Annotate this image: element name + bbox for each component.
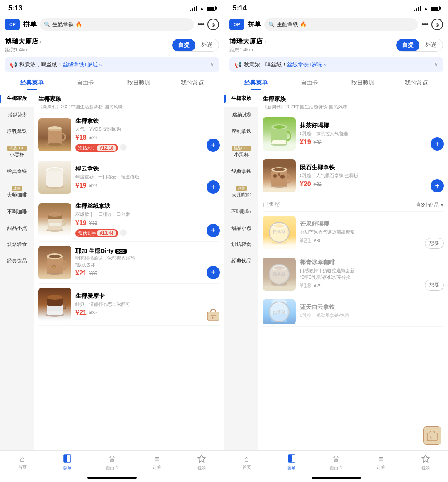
soe-badge-blackcup: 精品SOE <box>7 146 26 151</box>
nav-order-left[interactable]: ≡ 订单 <box>134 451 179 474</box>
add-btn-r2[interactable]: + <box>431 179 444 192</box>
product-list-left: 生椰家族 《新周刊》2021中国生活趋势榜 国民风味 生椰拿铁 <box>34 90 224 450</box>
promo-banner-right[interactable]: 📢 秋意浓，喝丝绒！丝绒拿铁1岁啦～ ∨ <box>229 57 443 72</box>
sidebar-item-bake-left[interactable]: 烘焙轻食 <box>0 236 34 253</box>
nav-profile-right[interactable]: 我的 <box>403 451 448 474</box>
price-original-1: ¥29 <box>89 135 97 141</box>
sidebar-item-thick-latte-right[interactable]: 厚乳拿铁 <box>224 123 258 140</box>
product-name-blue-sky: 蓝天白云拿铁 <box>300 304 444 311</box>
nav-menu-left[interactable]: 菜单 <box>45 451 90 474</box>
product-info-dirty: 耶加·生椰Dirty SOE 明亮柑橘前调，浓郁椰香尾韵*默认去冰 ¥21 ¥3… <box>75 248 220 277</box>
sidebar-item-master-right[interactable]: 冰萃大师咖啡 <box>224 180 258 204</box>
tab-free-card-right[interactable]: 自由卡 <box>283 79 336 90</box>
price-original-r1: ¥32 <box>314 139 322 145</box>
nav-home-right[interactable]: ⌂ 首页 <box>224 451 269 474</box>
tab-autumn-right[interactable]: 秋日暖咖 <box>336 79 390 90</box>
product-price-coconut-coffee: ¥18 ¥29 <box>300 282 444 290</box>
tab-autumn-left[interactable]: 秋日暖咖 <box>112 79 166 90</box>
scan-btn-right[interactable]: ◎ <box>431 19 443 30</box>
section-subtitle-left: 《新周刊》2021中国生活趋势榜 国民风味 <box>38 104 220 110</box>
product-img-yuanshi <box>263 159 296 192</box>
sidebar-item-classic-left[interactable]: 经典拿铁 <box>0 163 34 180</box>
tab-frequent-left[interactable]: 我的常点 <box>166 79 219 90</box>
product-desc-matcha: 0乳糖｜抹茶控人气首选 <box>300 131 444 137</box>
sidebar-item-coconut-left[interactable]: 生椰家族 <box>0 90 34 107</box>
tab-frequent-right[interactable]: 我的常点 <box>390 79 443 90</box>
nav-menu-right[interactable]: 菜单 <box>269 451 314 474</box>
status-time-right: 5:14 <box>233 4 247 12</box>
add-btn-3[interactable]: + <box>207 224 220 237</box>
product-img-dirty: 🦁 <box>38 246 71 279</box>
sidebar-item-drinks-left[interactable]: 经典饮品 <box>0 253 34 270</box>
sidebar-item-noncoffee-right[interactable]: 不喝咖啡 <box>224 204 258 220</box>
sidebar-item-dessert-left[interactable]: 甜品小点 <box>0 220 34 237</box>
nav-home-left[interactable]: ⌂ 首页 <box>0 451 45 474</box>
product-price-dirty: ¥21 ¥35 <box>75 270 220 277</box>
add-btn-4[interactable]: + <box>207 266 220 279</box>
product-name-coconut-coffee: 椰青冰萃咖啡 <box>300 259 444 266</box>
promo-banner-left[interactable]: 📢 秋意浓，喝丝绒！丝绒拿铁1岁啦～ ∨ <box>5 57 219 72</box>
add-btn-2[interactable]: + <box>207 180 220 194</box>
more-btn-right[interactable]: ••• <box>421 20 428 29</box>
sidebar-item-blackcup-left[interactable]: 精品SOE小黑杯 <box>0 140 34 163</box>
order-icon-left: ≡ <box>154 454 159 464</box>
sidebar-item-master-left[interactable]: 冰萃大师咖啡 <box>0 180 34 204</box>
nav-label-profile-left: 我的 <box>197 465 206 471</box>
sidebar-item-dessert-right[interactable]: 甜品小点 <box>224 220 258 237</box>
price-original-4: ¥35 <box>89 270 97 276</box>
pickup-btn-left[interactable]: 自提 <box>172 39 195 51</box>
sold-out-count[interactable]: 含3个商品 ∧ <box>416 202 444 209</box>
sidebar-item-drinks-right[interactable]: 经典饮品 <box>224 253 258 270</box>
delivery-btn-right[interactable]: 外送 <box>419 39 443 51</box>
search-bar-right[interactable]: 🔍 生酷拿铁 🔥 <box>264 18 418 31</box>
price-original-2: ¥29 <box>89 183 97 189</box>
signal-icon-right <box>414 6 421 11</box>
sidebar-item-noncoffe-left[interactable]: 不喝咖啡 <box>0 204 34 220</box>
banner-link-left[interactable]: 丝绒拿铁1岁啦～ <box>63 61 103 68</box>
product-img-matcha <box>263 117 296 151</box>
coffee-cup-svg-r2 <box>265 161 294 190</box>
product-info-coconut-cloud: 椰云拿铁 年度重磅｜一口吞云，轻盈绵密 ¥19 ¥29 <box>75 165 220 189</box>
product-img-silk-latte <box>38 203 71 236</box>
product-item-matcha: 抹茶好喝椰 0乳糖｜抹茶控人气首选 ¥19 ¥32 + <box>263 113 444 155</box>
status-bar-left: 5:13 ▲ <box>0 0 224 15</box>
svg-point-18 <box>49 255 61 258</box>
product-price-amocka: ¥21 ¥35 <box>75 309 220 316</box>
tab-classic-menu-right[interactable]: 经典菜单 <box>229 79 283 90</box>
section-title-left: 生椰家族 <box>38 90 220 104</box>
floating-bag-icon[interactable]: 🦌 <box>423 426 441 445</box>
sidebar-item-ruina-left[interactable]: 瑞纳冰® <box>0 107 34 124</box>
sidebar-item-bake-right[interactable]: 烘焙轻食 <box>224 236 258 253</box>
sidebar-item-coconut-right[interactable]: 生椰家族 <box>224 90 258 107</box>
svg-rect-56 <box>288 455 292 462</box>
sidebar-item-classic-right[interactable]: 经典拿铁 <box>224 163 258 180</box>
tab-classic-menu-left[interactable]: 经典菜单 <box>5 79 58 90</box>
product-desc-yuanshi: 0乳糖｜人气陨石拿铁·生椰版 <box>300 173 444 179</box>
scan-btn-left[interactable]: ◎ <box>207 19 219 30</box>
add-btn-r1[interactable]: + <box>431 137 444 151</box>
nav-order-right[interactable]: ≡ 订单 <box>358 451 403 474</box>
pickup-btn-right[interactable]: 自提 <box>396 39 419 51</box>
price-original-coconut-coffee: ¥29 <box>314 283 322 289</box>
sidebar-item-thick-latte-left[interactable]: 厚乳拿铁 <box>0 123 34 140</box>
nav-card-right[interactable]: ♛ 自由卡 <box>314 451 359 474</box>
coffee-cup-svg-3 <box>40 205 69 234</box>
more-btn-left[interactable]: ••• <box>197 20 204 29</box>
svg-rect-9 <box>47 171 62 174</box>
nav-profile-left[interactable]: 我的 <box>179 451 224 474</box>
logo-right: OP <box>229 19 244 30</box>
tab-free-card-left[interactable]: 自由卡 <box>58 79 112 90</box>
chevron-down-icon-right: ∨ <box>434 62 438 68</box>
delivery-btn-left[interactable]: 外送 <box>195 39 219 51</box>
want-btn-coconut-coffee[interactable]: 想要 <box>425 280 444 291</box>
product-price-mango: ¥21 ¥35 <box>300 237 444 244</box>
sidebar-item-ruina-right[interactable]: 瑞纳冰® <box>224 107 258 124</box>
chevron-right-icon-right: › <box>264 39 266 45</box>
search-bar-left[interactable]: 🔍 生酷拿铁 🔥 <box>40 18 194 31</box>
banner-link-right[interactable]: 丝绒拿铁1岁啦～ <box>287 61 328 68</box>
app-header-right: OP 拼单 🔍 生酷拿铁 🔥 ••• ◎ <box>224 15 448 34</box>
sidebar-item-blackcup-right[interactable]: 精品SOE小黑杯 <box>224 140 258 163</box>
want-btn-mango[interactable]: 想要 <box>425 238 444 249</box>
menu-tabs-right: 经典菜单 自由卡 秋日暖咖 我的常点 <box>224 74 448 90</box>
nav-card-left[interactable]: ♛ 自由卡 <box>90 451 134 474</box>
